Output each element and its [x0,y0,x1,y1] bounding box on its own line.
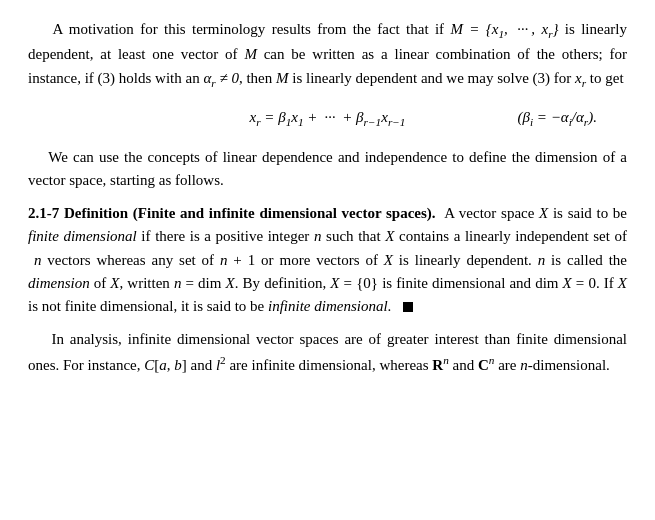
inline-math-M: M = {x1, ··· , xr} [450,21,558,37]
main-content: A motivation for this terminology result… [28,18,627,377]
paragraph-1: A motivation for this terminology result… [28,18,627,92]
equation-line: xr = β1x1 + ··· + βr−1xr−1 (βi = −αi/αr)… [28,106,627,131]
paragraph-2: We can use the concepts of linear depend… [28,146,627,193]
definition-header: 2.1-7 Definition (Finite and infinite di… [28,205,440,221]
end-of-proof-marker [403,302,413,312]
definition-block: 2.1-7 Definition (Finite and infinite di… [28,202,627,318]
paragraph-3: In analysis, infinite dimensional vector… [28,328,627,377]
equation-rhs: (βi = −αi/αr). [517,106,597,131]
